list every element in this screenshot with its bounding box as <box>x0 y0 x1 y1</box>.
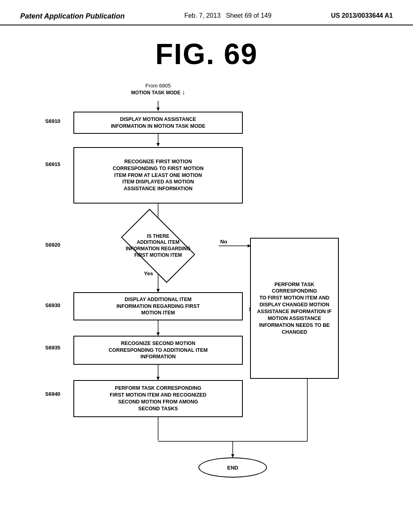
svg-marker-11 <box>156 377 160 380</box>
svg-marker-3 <box>156 143 160 146</box>
svg-marker-1 <box>156 108 160 111</box>
step-s6925-box: PERFORM TASK CORRESPONDING TO FIRST MOTI… <box>250 238 339 379</box>
figure-title: FIG. 69 <box>0 37 413 71</box>
date-sheet: Feb. 7, 2013 Sheet 69 of 149 <box>184 12 271 19</box>
step-s6915-label: S6915 <box>45 161 60 167</box>
step-s6915-box: RECOGNIZE FIRST MOTION CORRESPONDING TO … <box>73 147 243 204</box>
step-s6940-label: S6940 <box>45 391 60 397</box>
no-label: No <box>220 239 227 245</box>
flowchart: From 6805 MOTION TASK MODE ↓ S6910 DISPL… <box>25 79 388 502</box>
svg-marker-7 <box>156 289 160 292</box>
yes-label: Yes <box>144 270 153 276</box>
step-s6935-label: S6935 <box>45 345 60 351</box>
page-header: Patent Application Publication Feb. 7, 2… <box>0 0 413 25</box>
step-s6910-box: DISPLAY MOTION ASSISTANCE INFORMATION IN… <box>73 112 243 134</box>
svg-marker-18 <box>231 454 234 457</box>
step-s6930-box: DISPLAY ADDITIONAL ITEM INFORMATION REGA… <box>73 292 243 320</box>
end-oval: END <box>198 457 267 478</box>
publication-label: Patent Application Publication <box>20 12 125 21</box>
sheet: Sheet 69 of 149 <box>226 12 271 19</box>
patent-number: US 2013/0033644 A1 <box>331 12 393 19</box>
step-s6920-label: S6920 <box>45 242 60 248</box>
step-s6920-diamond: IS THERE ADDITIONAL ITEM INFORMATION REG… <box>73 222 243 270</box>
step-s6930-label: S6930 <box>45 302 60 308</box>
svg-marker-9 <box>156 332 160 336</box>
step-s6910-label: S6910 <box>45 118 60 124</box>
from-label: From 6805 MOTION TASK MODE ↓ <box>130 83 186 96</box>
step-s6935-box: RECOGNIZE SECOND MOTION CORRESPONDING TO… <box>73 336 243 365</box>
step-s6940-box: PERFORM TASK CORRESPONDING FIRST MOTION … <box>73 380 243 417</box>
date: Feb. 7, 2013 <box>184 12 221 19</box>
